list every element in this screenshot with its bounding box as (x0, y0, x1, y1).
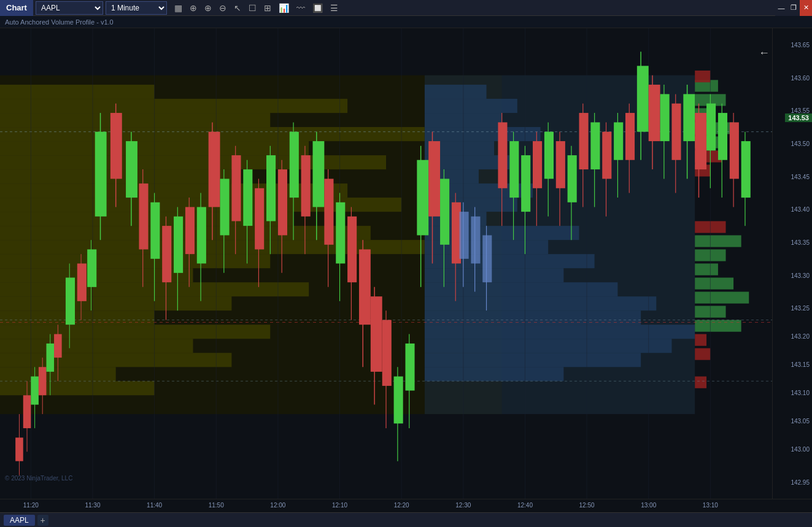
svg-rect-54 (695, 264, 718, 275)
time-label-1120: 11:20 (23, 502, 39, 509)
indicator-icon[interactable]: 🔲 (310, 2, 325, 14)
svg-rect-193 (637, 66, 649, 131)
title-bar: Chart AAPL MSFT GOOG 1 Minute 5 Minute 1… (0, 0, 812, 16)
svg-rect-99 (87, 249, 96, 287)
wave-icon[interactable]: 〰 (294, 2, 307, 14)
svg-rect-135 (301, 155, 311, 217)
svg-rect-87 (31, 377, 39, 405)
interval-select[interactable]: 1 Minute 5 Minute 15 Minute 1 Hour (106, 1, 167, 15)
svg-rect-137 (312, 141, 324, 207)
price-label: 143.10 (791, 390, 810, 396)
svg-rect-175 (533, 141, 542, 188)
time-label-1150: 11:50 (209, 502, 224, 509)
price-label: 143.15 (791, 361, 810, 368)
zoom-out-icon[interactable]: ⊖ (217, 2, 229, 14)
chart-canvas[interactable]: © 2023 NinjaTrader, LLC ← (0, 28, 772, 499)
svg-rect-95 (66, 278, 75, 325)
price-label: 143.35 (791, 239, 810, 245)
time-label-1140: 11:40 (147, 502, 162, 509)
time-label-1230: 12:30 (455, 502, 471, 509)
svg-rect-52 (695, 235, 741, 247)
svg-rect-147 (371, 296, 382, 372)
price-label: 143.25 (791, 305, 810, 312)
svg-rect-139 (324, 179, 333, 244)
svg-rect-41 (425, 296, 656, 310)
svg-rect-107 (139, 183, 148, 249)
chart-type-icon[interactable]: 📊 (276, 2, 292, 14)
time-axis-spacer (772, 499, 812, 512)
svg-rect-187 (602, 132, 611, 179)
svg-rect-129 (266, 155, 276, 221)
price-label: 143.65 (791, 41, 810, 48)
svg-rect-127 (255, 188, 264, 250)
svg-rect-29 (425, 127, 541, 141)
chart-container: © 2023 NinjaTrader, LLC ← 143.53 143.651… (0, 28, 812, 499)
price-label: 143.05 (791, 418, 810, 425)
svg-rect-153 (405, 344, 414, 391)
svg-rect-159 (440, 179, 449, 244)
svg-rect-105 (126, 141, 137, 198)
svg-rect-55 (695, 278, 733, 290)
price-label: 143.50 (791, 140, 810, 147)
svg-rect-59 (695, 71, 710, 82)
zoom-in-icon[interactable]: ⊕ (202, 2, 214, 14)
svg-rect-85 (23, 395, 31, 428)
svg-rect-115 (185, 207, 195, 254)
time-label-1200: 12:00 (270, 502, 285, 509)
chart-menu-button[interactable]: Chart (0, 0, 33, 16)
svg-rect-27 (425, 99, 517, 113)
indicator-title: Auto Anchored Volume Profile - v1.0 (5, 18, 114, 26)
crosshair-icon[interactable]: ⊕ (187, 2, 199, 14)
svg-rect-133 (290, 132, 299, 198)
price-label: 143.45 (791, 173, 810, 180)
chart-svg (0, 28, 772, 499)
close-button[interactable]: ✕ (800, 0, 812, 16)
svg-rect-91 (46, 344, 54, 372)
svg-rect-109 (150, 202, 160, 259)
settings-icon[interactable]: ☰ (328, 2, 341, 14)
draw-rect-icon[interactable]: ☐ (246, 2, 259, 14)
svg-rect-185 (590, 122, 600, 169)
subtitle-bar: Auto Anchored Volume Profile - v1.0 (0, 16, 812, 28)
scroll-right-button[interactable]: ← (759, 47, 770, 60)
svg-rect-157 (428, 141, 440, 217)
bar-chart-icon[interactable]: ▦ (172, 2, 185, 14)
arrow-icon[interactable]: ↖ (231, 2, 244, 14)
svg-rect-177 (544, 132, 554, 179)
svg-rect-173 (521, 155, 530, 212)
price-label: 143.40 (791, 206, 810, 213)
svg-rect-93 (54, 334, 62, 358)
time-label-1220: 12:20 (394, 502, 409, 509)
svg-rect-165 (471, 217, 480, 264)
svg-rect-125 (243, 169, 252, 226)
price-label: 143.00 (791, 446, 810, 453)
svg-rect-89 (39, 367, 47, 395)
restore-button[interactable]: ❐ (787, 0, 800, 16)
time-label-1210: 12:10 (332, 502, 347, 509)
symbol-tab[interactable]: AAPL (4, 515, 35, 526)
svg-rect-97 (77, 264, 87, 301)
current-price-tag: 143.53 (785, 113, 812, 122)
svg-rect-211 (741, 141, 751, 198)
svg-rect-197 (660, 94, 670, 141)
svg-rect-44 (425, 339, 672, 353)
svg-rect-199 (671, 104, 681, 160)
svg-rect-171 (509, 141, 519, 198)
bottom-bar: AAPL + (0, 512, 812, 527)
time-axis-container: 11:20 11:30 11:40 11:50 12:00 12:10 12:2… (0, 499, 812, 512)
svg-rect-22 (0, 353, 231, 367)
svg-rect-201 (683, 94, 695, 141)
svg-rect-203 (695, 113, 706, 169)
svg-rect-181 (568, 155, 577, 202)
minimize-button[interactable]: — (775, 0, 787, 16)
svg-rect-24 (0, 381, 155, 395)
symbol-select[interactable]: AAPL MSFT GOOG (36, 1, 103, 15)
svg-rect-18 (0, 296, 231, 310)
draw-grid-icon[interactable]: ⊞ (261, 2, 274, 14)
price-label: 143.30 (791, 272, 810, 279)
time-label-1250: 12:50 (579, 502, 595, 509)
svg-rect-83 (15, 437, 23, 461)
svg-rect-113 (174, 217, 183, 273)
add-tab-button[interactable]: + (37, 515, 48, 526)
price-axis: 143.53 143.65143.60143.55143.50143.45143… (772, 28, 812, 499)
